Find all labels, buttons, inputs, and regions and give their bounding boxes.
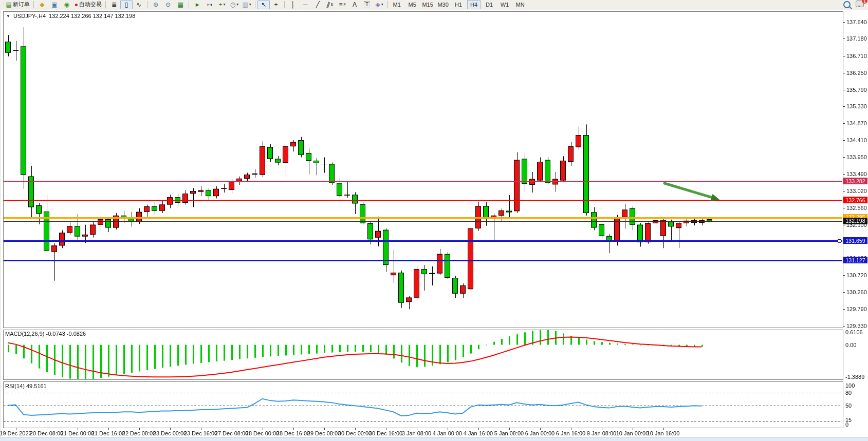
time-tick-label[interactable]: 28 Dec 00:00 [246,430,279,436]
time-tick-label[interactable]: 27 Dec 08:00 [215,430,248,436]
bar-chart-button[interactable]: ≣ [108,0,120,9]
time-tick-label[interactable]: 3 Jan 08:00 [402,430,432,436]
candlestick-chart-button[interactable]: ▯ [120,0,133,9]
text-label-icon: T [364,1,370,8]
channel-tool-button[interactable]: ∥E [324,0,336,9]
collapse-arrow-icon[interactable]: ▼ [6,14,10,18]
price-tick-label[interactable]: 133.020 [846,188,867,194]
indicators-button[interactable]: +▾ [216,0,228,9]
chart-canvas[interactable] [0,0,868,441]
time-tick-label[interactable]: 6 Jan 16:00 [556,430,586,436]
time-tick-label[interactable]: 30 Dec 16:00 [369,430,402,436]
macd-max-label: 0.6106 [845,329,863,335]
price-tick-label[interactable]: 137.640 [846,19,867,25]
text-tool-button[interactable]: A [348,0,361,9]
trendline-icon: ╱ [316,2,319,8]
tile-windows-button[interactable]: ▦ [174,0,187,9]
main-toolbar: ⁞ ▤ 新订单 ◆ ▣ ◉ ● 自动交易 ≣ ▯ ∿ ⊕ ⊖ ▦ ▶ ↦ +▾ … [0,0,868,9]
fibonacci-tool-button[interactable]: ≡F [336,0,348,9]
time-tick-label[interactable]: 23 Dec 16:00 [184,430,217,436]
caret-down-icon: ▾ [236,2,238,7]
time-tick-label[interactable]: 22 Dec 08:00 [122,430,156,436]
time-tick-label[interactable]: 4 Jan 16:00 [464,430,493,436]
horizontal-line-tool-button[interactable]: ─ [299,0,311,9]
price-tick-label[interactable]: 134.410 [846,137,867,143]
price-tick-label[interactable]: 134.870 [846,120,867,126]
auto-scroll-button[interactable]: ▶ [191,0,204,9]
macd-values: -0.0743 -0.0826 [46,331,86,337]
time-tick-label[interactable]: 9 Jan 08:00 [587,430,617,436]
time-tick-label[interactable]: 28 Dec 16:00 [276,430,310,436]
templates-button[interactable]: ▥▾ [241,0,253,9]
rsi-value: 49.5161 [26,383,47,389]
timeframe-button-M5[interactable]: M5 [405,0,419,9]
price-level-badge[interactable]: 132.766 [843,197,867,203]
time-tick-label[interactable]: 23 Dec 00:00 [153,430,187,436]
timeframe-button-M30[interactable]: M30 [436,0,450,9]
price-tick-label[interactable]: 130.260 [846,289,867,295]
vertical-line-tool-button[interactable]: │ [287,0,299,9]
market-watch-button[interactable]: ◆ [36,0,48,9]
zoom-out-button[interactable]: ⊖ [162,0,174,9]
cursor-icon: ↖ [261,2,266,8]
timeframe-button-H1[interactable]: H1 [452,0,465,9]
price-tick-label[interactable]: 129.330 [846,323,867,329]
autotrading-button[interactable]: ● 自动交易 [73,0,103,9]
price-tick-label[interactable]: 135.790 [846,87,867,93]
label-tool-button[interactable]: T [361,0,373,9]
time-tick-label[interactable]: 20 Dec 08:00 [30,430,63,436]
chart-window-button[interactable]: ▣ [48,0,61,9]
fibonacci-sub-label: F [343,3,345,6]
zoom-in-button[interactable]: ⊕ [150,0,162,9]
time-tick-label[interactable]: 21 Dec 16:00 [91,430,125,436]
line-chart-button[interactable]: ∿ [133,0,145,9]
time-tick-label[interactable]: 10 Jan 00:00 [616,430,649,436]
price-tick-label[interactable]: 137.180 [846,35,867,42]
price-tick-label[interactable]: 136.710 [846,53,867,59]
crosshair-tool-button[interactable]: + [270,0,282,9]
shapes-tool-button[interactable]: ◈▾ [373,0,385,9]
price-tick-label[interactable]: 129.790 [846,306,867,312]
price-tick-label[interactable]: 133.950 [846,154,867,160]
time-tick-label[interactable]: 30 Dec 00:00 [338,430,372,436]
search-icon[interactable] [843,1,851,8]
vertical-line-icon: │ [291,2,295,8]
time-tick-label[interactable]: 4 Jan 00:00 [433,430,463,436]
time-tick-label[interactable]: 5 Jan 08:00 [494,430,524,436]
timeframe-button-W1[interactable]: W1 [498,0,511,9]
new-order-button[interactable]: ▤ 新订单 [5,0,31,9]
timeframe-button-H4[interactable]: H4 [467,0,481,9]
price-level-badge[interactable]: 131.127 [843,257,867,263]
timeframe-button-M1[interactable]: M1 [390,0,403,9]
auto-scroll-icon: ▶ [196,2,199,8]
price-tick-label[interactable]: 135.330 [846,103,867,109]
line-drag-handle[interactable] [838,239,841,243]
time-tick-label[interactable]: 6 Jan 00:00 [525,430,555,436]
price-tick-label[interactable]: 133.490 [846,171,867,177]
trendline-tool-button[interactable]: ╱ [311,0,324,9]
autotrading-label: 自动交易 [79,1,102,8]
price-level-badge[interactable]: 132.198 [843,218,867,224]
chart-shift-button[interactable]: ↦ [204,0,216,9]
time-tick-label[interactable]: 21 Dec 00:00 [61,430,94,436]
chat-button[interactable]: 1 [856,1,864,8]
signal-button[interactable]: ◉ [61,0,73,9]
time-tick-label[interactable]: 19 Dec 2022 [0,430,32,436]
timeframe-button-D1[interactable]: D1 [483,0,496,9]
macd-name: MACD(12,26,9) [5,331,44,337]
shapes-icon: ◈ [375,2,380,8]
zoom-out-icon: ⊖ [165,2,171,8]
timeframe-button-MN[interactable]: MN [513,0,527,9]
timeframe-button-M15[interactable]: M15 [421,0,434,9]
price-level-badge[interactable]: 133.282 [843,178,867,184]
cursor-tool-button[interactable]: ↖ [257,0,270,9]
price-tick-label[interactable]: 132.560 [846,205,867,211]
price-level-badge[interactable]: 131.659 [843,237,867,244]
price-tick-label[interactable]: 136.250 [846,70,867,76]
chat-badge: 1 [862,0,867,4]
time-tick-label[interactable]: 10 Jan 16:00 [647,430,680,436]
periods-button[interactable]: ◷▾ [228,0,241,9]
chart-title[interactable]: ▼ USDJPY-,H4 132.224 132.266 132.147 132… [6,13,135,19]
time-tick-label[interactable]: 29 Dec 08:00 [307,430,341,436]
price-tick-label[interactable]: 130.720 [846,272,867,278]
